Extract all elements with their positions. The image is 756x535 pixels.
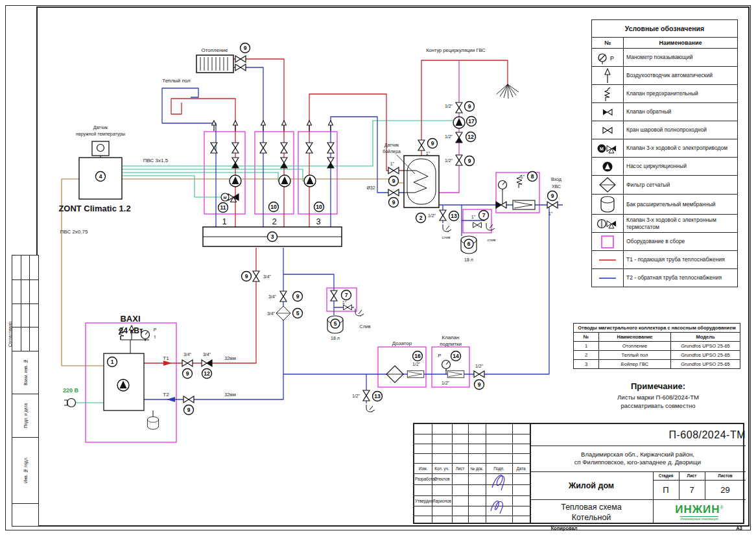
svg-text:9: 9 bbox=[392, 178, 396, 184]
svg-text:P: P bbox=[610, 54, 614, 61]
dozator-label: Дозатор bbox=[392, 340, 412, 346]
size-1-dhw-fill: 1" bbox=[471, 215, 476, 219]
drain-label-dhw-a: слив bbox=[442, 235, 450, 239]
callout-9-makeup: 9 bbox=[475, 380, 484, 390]
size-half-makeup-line: 1/2" bbox=[475, 364, 484, 368]
radiator-return-valve bbox=[235, 64, 246, 71]
size-34-t1b: 3/4" bbox=[203, 352, 211, 357]
svg-text:9: 9 bbox=[431, 140, 434, 147]
legend-row: Клапан 3-х ходовой с электронным термост… bbox=[592, 215, 737, 233]
drain-label-dhw-b: слив bbox=[487, 238, 495, 242]
legend-row: Т1 - подающая труба теплоснабжения bbox=[592, 251, 737, 269]
legend-row: Оборудование в сборе bbox=[592, 233, 737, 251]
makeup-drain-hook bbox=[366, 405, 375, 412]
svg-text:10: 10 bbox=[316, 204, 322, 210]
legend-row: Насос циркуляционный bbox=[592, 158, 737, 176]
cw-check-valve bbox=[496, 202, 506, 208]
cw-inlet-label-1: Вход bbox=[551, 177, 561, 182]
outdoor-sensor-label-1: Датчик bbox=[93, 125, 108, 130]
callout-9-radiator: 9 bbox=[241, 43, 250, 53]
dhw-sensor-label-1: Датчик bbox=[384, 143, 399, 148]
floor-heating-label: Теплый пол bbox=[162, 78, 191, 84]
controller-label: ZONT Climatic 1.2 bbox=[58, 204, 130, 213]
sheets-label: Листов bbox=[705, 471, 746, 480]
t2-ball-valve bbox=[183, 396, 194, 403]
callout-9-cw: 9 bbox=[548, 191, 558, 201]
svg-text:7: 7 bbox=[482, 212, 486, 219]
t2-label: Т2 bbox=[163, 392, 169, 398]
check-valve-icon bbox=[593, 105, 622, 119]
radiator-supply-valve bbox=[235, 56, 246, 62]
doc-code: П-608/2024-ТМ bbox=[530, 424, 756, 446]
recirc-valve-bottom bbox=[456, 155, 462, 165]
stage-value: П bbox=[653, 480, 679, 499]
group2-number: 2 bbox=[272, 217, 276, 226]
note-line-1: Листы марки П-608/2024-ТМ bbox=[584, 394, 733, 402]
cw-gauge bbox=[499, 181, 507, 192]
power-plug-icon bbox=[64, 399, 76, 407]
makeup-label-2: подпитки bbox=[440, 341, 462, 347]
callout-7-dhw: 7 bbox=[479, 211, 489, 220]
group-check-valves bbox=[232, 158, 334, 168]
callout-5-tank: 5 bbox=[331, 319, 340, 328]
t2-flow-arrow bbox=[167, 397, 175, 402]
tb-name-2: Ларионов bbox=[432, 495, 452, 506]
svg-text:9: 9 bbox=[468, 103, 471, 110]
motor-m-label: M bbox=[224, 196, 227, 200]
svg-text:9: 9 bbox=[187, 407, 191, 413]
makeup-p-label: P bbox=[438, 353, 441, 359]
size-1-coil-a: 1" bbox=[390, 161, 395, 166]
svg-text:5: 5 bbox=[296, 310, 300, 316]
callout-12-t1: 12 bbox=[202, 369, 212, 379]
callout-17: 17 bbox=[467, 117, 477, 126]
callout-14: 14 bbox=[451, 351, 461, 361]
air-vent-icon bbox=[593, 67, 622, 84]
thermostat-3way-valve-icon bbox=[593, 215, 622, 232]
company-logo: ИНЖИН® Инженерные инновации bbox=[653, 499, 746, 525]
tb-col-data: Дата bbox=[512, 463, 530, 473]
title-block: Изм. Кол. уч. Лист № док. Подп. Дата Раз… bbox=[413, 423, 744, 524]
legend-title: Условные обозначения bbox=[592, 20, 737, 38]
cw-strainer bbox=[513, 200, 535, 209]
legend-row: Т2 - обратная труба теплоснабжения bbox=[592, 269, 737, 287]
cw-inlet-label-2: ХВС bbox=[552, 184, 561, 189]
size-half-makeup-drain: 1/2" bbox=[352, 394, 360, 398]
coil-return-valve bbox=[388, 189, 399, 196]
svg-text:14: 14 bbox=[453, 353, 459, 359]
callout-9-blue-vert: 9 bbox=[293, 292, 303, 302]
callout-4: 4 bbox=[96, 172, 106, 182]
legend-row: Клапан предохранительный bbox=[592, 85, 737, 103]
boiler-pump bbox=[117, 379, 129, 391]
outdoor-sensor bbox=[92, 141, 109, 158]
tb-col-izm: Изм. bbox=[414, 463, 432, 473]
svg-text:12: 12 bbox=[467, 134, 474, 140]
pump-table-title: Отводы магистрального коллектора с насос… bbox=[574, 324, 740, 333]
size-1-cw-inlet: 1" bbox=[549, 211, 553, 216]
callout-10b: 10 bbox=[314, 202, 324, 212]
boiler-brand: BAXI bbox=[120, 314, 140, 324]
size-half-dozator: 1/2" bbox=[412, 362, 421, 366]
size-half-recirc-c: 1/2" bbox=[445, 158, 453, 163]
legend-row: Фильтр сетчатый bbox=[592, 176, 737, 195]
legend-table: Условные обозначения № Наименование P Ма… bbox=[591, 19, 738, 287]
strainer-heating bbox=[276, 306, 290, 320]
t1-line-icon bbox=[593, 254, 622, 267]
group3-number: 3 bbox=[316, 217, 320, 226]
callout-9-coil-b: 9 bbox=[389, 198, 399, 208]
drawing-sheet: Согласовано Взам. инв. № Подп. и дата Ин… bbox=[0, 0, 756, 535]
callout-9-dhw-out: 9 bbox=[428, 139, 438, 149]
callout-1: 1 bbox=[108, 357, 117, 367]
footer-format: А3 bbox=[729, 525, 749, 531]
svg-text:7: 7 bbox=[345, 292, 348, 298]
dhw-fill-valve bbox=[473, 222, 482, 228]
heating-tank-valve bbox=[331, 291, 337, 301]
svg-text:1: 1 bbox=[111, 359, 114, 365]
size-half-makeup: 1/2" bbox=[442, 381, 450, 385]
tank-volume-dhw: 18 л bbox=[464, 257, 473, 262]
table-row: 2 Теплый пол Grundfos UPSO 25-65 bbox=[574, 351, 740, 360]
recirc-pump bbox=[453, 117, 465, 128]
power-label: 220 В bbox=[63, 387, 79, 394]
tb-name-1: Стеклов bbox=[432, 473, 452, 484]
recirc-loop-label: Контур рециркуляции ГВС bbox=[426, 47, 486, 53]
svg-text:4: 4 bbox=[99, 173, 102, 180]
